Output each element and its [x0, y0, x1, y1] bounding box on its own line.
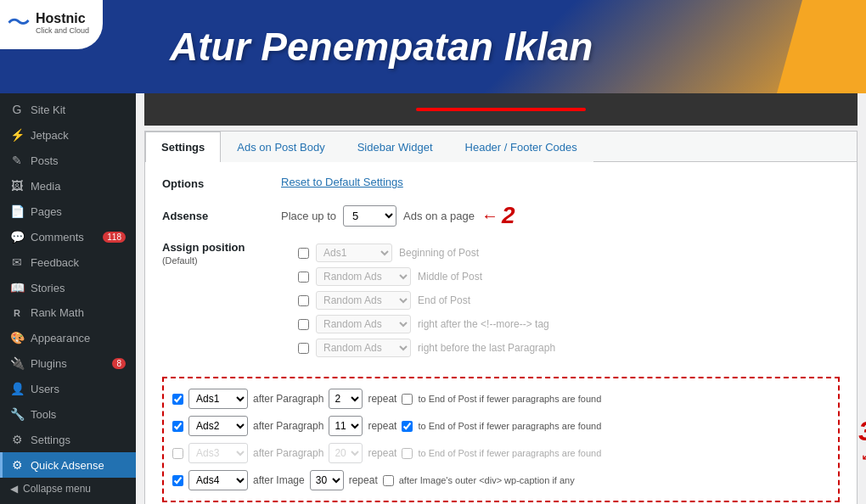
position-checkbox-2[interactable] [298, 272, 309, 283]
place-up-to-container: Place up to 5 1234 678910 Ads on a page … [281, 202, 515, 229]
sidebar-item-comments[interactable]: 💬 Comments 118 [0, 224, 136, 249]
pages-icon: 📄 [10, 204, 24, 218]
sidebar-item-jetpack[interactable]: ⚡ Jetpack [0, 122, 136, 148]
annotation-num-2: 2 [502, 202, 515, 229]
active-checkbox-1[interactable] [172, 394, 183, 405]
assign-label: Assign position (Default) [162, 241, 281, 266]
sidebar-label-quick-adsense: Quick Adsense [31, 459, 104, 472]
after-label-4: after Image [253, 474, 305, 486]
position-select-4[interactable]: Random Ads [316, 315, 411, 333]
annotation-3-container: 3 ↙ [858, 416, 866, 463]
active-checkbox-2[interactable] [172, 421, 183, 432]
para-select-3[interactable]: 20 [329, 443, 363, 463]
position-text-2: Middle of Post [418, 271, 482, 283]
para-select-1[interactable]: 2 [329, 389, 363, 409]
tab-sidebar-widget[interactable]: Sidebar Widget [341, 132, 449, 162]
para-select-4[interactable]: 30 [310, 470, 344, 490]
sidebar-item-posts[interactable]: ✎ Posts [0, 148, 136, 173]
collapse-icon: ◀ [10, 483, 18, 495]
sidebar-item-plugins[interactable]: 🔌 Plugins 8 [0, 350, 136, 376]
position-select-1[interactable]: Ads1 [316, 244, 392, 262]
position-checkbox-3[interactable] [298, 295, 309, 306]
position-checkbox-4[interactable] [298, 319, 309, 330]
collapse-label: Collapse menu [23, 483, 91, 495]
jetpack-icon: ⚡ [10, 128, 24, 142]
end-post-checkbox-3[interactable] [402, 448, 413, 459]
active-checkbox-4[interactable] [172, 475, 183, 486]
place-up-to-select[interactable]: 5 1234 678910 [343, 205, 396, 227]
sidebar-item-rank-math[interactable]: R Rank Math [0, 300, 136, 325]
ads3-select[interactable]: Ads3 [188, 443, 248, 463]
sidebar: G Site Kit ⚡ Jetpack ✎ Posts 🖼 Media 📄 P… [0, 93, 136, 504]
position-row-5: Random Ads right before the last Paragra… [298, 336, 840, 360]
para-select-2[interactable]: 11 [329, 416, 363, 436]
end-post-checkbox-1[interactable] [402, 394, 413, 405]
header: 〜 Hostnic Click and Cloud Atur Penempata… [0, 0, 866, 93]
sidebar-label-jetpack: Jetpack [31, 129, 69, 142]
video-progress-bar [416, 108, 586, 111]
tab-header-footer-codes[interactable]: Header / Footer Codes [449, 132, 593, 162]
active-positions-box: Ads1 after Paragraph 2 repeat to End of … [162, 377, 840, 502]
settings-panel: Settings Ads on Post Body Sidebar Widget… [144, 131, 858, 504]
end-post-checkbox-2[interactable] [402, 421, 413, 432]
end-post-label-3: to End of Post if fewer paragraphs are f… [418, 448, 601, 458]
end-post-label-4: after Image's outer <div> wp-caption if … [399, 475, 575, 485]
position-row-4: Random Ads right after the <!--more--> t… [298, 312, 840, 336]
comments-badge: 118 [103, 232, 126, 243]
position-checkbox-5[interactable] [298, 343, 309, 354]
position-row-1: Ads1 Beginning of Post [298, 241, 840, 265]
ads2-select[interactable]: Ads2 [188, 416, 248, 436]
sidebar-label-posts: Posts [31, 154, 59, 167]
position-select-2[interactable]: Random Ads [316, 267, 411, 286]
logo: 〜 Hostnic Click and Cloud [0, 0, 103, 49]
sidebar-item-site-kit[interactable]: G Site Kit [0, 97, 136, 122]
plugins-icon: 🔌 [10, 356, 24, 370]
sidebar-item-tools[interactable]: 🔧 Tools [0, 401, 136, 427]
position-select-5[interactable]: Random Ads [316, 339, 411, 357]
tab-settings[interactable]: Settings [145, 132, 221, 162]
logo-brand: Hostnic [36, 11, 89, 26]
sidebar-label-site-kit: Site Kit [31, 104, 65, 116]
sidebar-item-settings[interactable]: ⚙ Settings [0, 427, 136, 452]
position-text-3: End of Post [418, 294, 470, 306]
ads-on-page-label: Ads on a page [403, 210, 475, 222]
after-label-2: after Paragraph [253, 420, 323, 432]
sidebar-item-stories[interactable]: 📖 Stories [0, 275, 136, 300]
place-up-to-label: Place up to [281, 210, 336, 222]
end-post-checkbox-4[interactable] [383, 475, 394, 486]
site-kit-icon: G [10, 103, 24, 116]
position-select-3[interactable]: Random Ads [316, 291, 411, 310]
active-checkbox-3[interactable] [172, 448, 183, 459]
assign-section: Assign position (Default) Ads1 Beginning… [162, 241, 840, 360]
sidebar-item-pages[interactable]: 📄 Pages [0, 199, 136, 224]
end-post-label-2: to End of Post if fewer paragraphs are f… [418, 421, 601, 431]
stories-icon: 📖 [10, 281, 24, 294]
sidebar-item-feedback[interactable]: ✉ Feedback [0, 249, 136, 275]
repeat-label-2: repeat [368, 420, 396, 432]
reset-link[interactable]: Reset to Default Settings [281, 176, 403, 188]
tab-ads-on-post-body[interactable]: Ads on Post Body [221, 132, 340, 162]
header-decoration [739, 0, 866, 93]
ads4-select[interactable]: Ads4 [188, 470, 248, 490]
posts-icon: ✎ [10, 154, 24, 167]
sidebar-item-users[interactable]: 👤 Users [0, 376, 136, 401]
collapse-menu[interactable]: ◀ Collapse menu [0, 478, 136, 500]
sidebar-item-quick-adsense[interactable]: ⚙ Quick Adsense [0, 452, 136, 478]
sidebar-label-feedback: Feedback [31, 256, 79, 269]
panel-body: Options Reset to Default Settings Adsens… [145, 162, 857, 373]
ads1-select[interactable]: Ads1 [188, 389, 248, 409]
plugins-badge: 8 [112, 358, 126, 369]
active-row-1: Ads1 after Paragraph 2 repeat to End of … [172, 385, 829, 412]
tab-bar: Settings Ads on Post Body Sidebar Widget… [145, 132, 857, 162]
sidebar-label-plugins: Plugins [31, 357, 67, 370]
position-checkbox-1[interactable] [298, 248, 309, 259]
comments-icon: 💬 [10, 230, 24, 244]
sidebar-label-appearance: Appearance [31, 332, 90, 344]
options-section: Options Reset to Default Settings [162, 176, 840, 190]
active-row-3: Ads3 after Paragraph 20 repeat to End of… [172, 440, 829, 467]
sidebar-item-media[interactable]: 🖼 Media [0, 173, 136, 199]
sidebar-item-appearance[interactable]: 🎨 Appearance [0, 325, 136, 350]
sidebar-label-pages: Pages [31, 205, 62, 218]
sidebar-label-settings: Settings [31, 434, 70, 446]
repeat-label-3: repeat [368, 447, 396, 459]
